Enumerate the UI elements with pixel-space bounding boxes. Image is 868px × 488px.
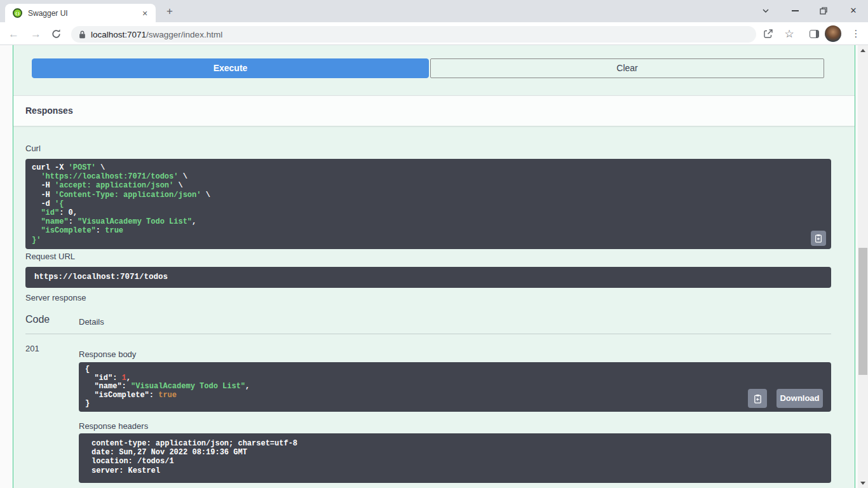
browser-menu-button[interactable]: ⋮ [846, 22, 865, 45]
share-button[interactable] [759, 22, 778, 45]
browser-tab[interactable]: { } Swagger UI ✕ [5, 4, 156, 22]
scrollbar-thumb[interactable] [858, 248, 867, 375]
details-column-header: Details [79, 317, 104, 327]
tab-search-chevron-icon[interactable] [753, 0, 778, 21]
bookmark-button[interactable]: ☆ [780, 22, 799, 45]
clear-button[interactable]: Clear [430, 58, 824, 78]
server-response-label: Server response [25, 293, 86, 302]
response-headers-label: Response headers [79, 421, 148, 431]
side-panel-icon [810, 30, 819, 38]
page-scrollbar[interactable] [858, 45, 868, 488]
response-headers-block: content-type: application/json; charset=… [79, 433, 831, 483]
scroll-up-arrow[interactable] [858, 45, 868, 55]
scroll-down-arrow[interactable] [858, 478, 868, 488]
url-path: /swagger/index.html [146, 30, 222, 39]
request-url-value: https://localhost:7071/todos [25, 267, 831, 288]
clipboard-copy-icon [753, 394, 763, 403]
curl-command-block: curl -X 'POST' \ 'https://localhost:7071… [25, 159, 831, 249]
url-bar[interactable]: localhost:7071/swagger/index.html [71, 26, 756, 43]
table-divider [25, 334, 831, 334]
close-icon: ✕ [850, 6, 857, 15]
minimize-icon [792, 10, 799, 11]
tab-title: Swagger UI [28, 9, 139, 18]
tab-close-icon[interactable]: ✕ [139, 8, 151, 19]
browser-tab-strip: { } Swagger UI ✕ + ✕ [0, 0, 868, 22]
restore-icon [820, 7, 827, 15]
star-icon: ☆ [784, 27, 794, 41]
responses-section-header: Responses [13, 95, 855, 126]
curl-copy-button[interactable] [811, 231, 826, 246]
avatar [825, 25, 841, 42]
url-text: localhost:7071/swagger/index.html [91, 30, 222, 39]
browser-toolbar: ← → localhost:7071/swagger/index.html ☆ … [0, 22, 868, 45]
swagger-favicon-icon: { } [13, 8, 22, 18]
window-minimize-button[interactable] [782, 0, 808, 21]
new-tab-button[interactable]: + [163, 5, 177, 19]
lock-icon [79, 30, 86, 39]
refresh-button[interactable] [51, 29, 62, 42]
window-restore-button[interactable] [811, 0, 836, 21]
profile-button[interactable] [824, 22, 843, 45]
execute-button[interactable]: Execute [32, 58, 429, 78]
forward-button[interactable]: → [31, 28, 41, 41]
back-button[interactable]: ← [8, 28, 19, 41]
window-close-button[interactable]: ✕ [841, 0, 866, 21]
swagger-page: Execute Clear Responses Curl curl -X 'PO… [0, 45, 868, 488]
side-panel-button[interactable] [804, 22, 824, 45]
refresh-icon [51, 29, 62, 39]
kebab-menu-icon: ⋮ [851, 28, 861, 39]
code-column-header: Code [25, 314, 50, 325]
responses-title: Responses [25, 105, 73, 116]
download-button[interactable]: Download [776, 389, 823, 408]
request-url-label: Request URL [25, 252, 75, 261]
status-code: 201 [25, 344, 39, 353]
share-icon [763, 29, 773, 39]
response-body-label: Response body [79, 349, 136, 359]
response-body-block: { "id": 1, "name": "VisualAcademy Todo L… [79, 362, 831, 412]
curl-label: Curl [25, 144, 41, 153]
url-origin: localhost:7071 [91, 30, 146, 39]
response-body-copy-button[interactable] [748, 389, 767, 408]
clipboard-copy-icon [814, 234, 823, 243]
